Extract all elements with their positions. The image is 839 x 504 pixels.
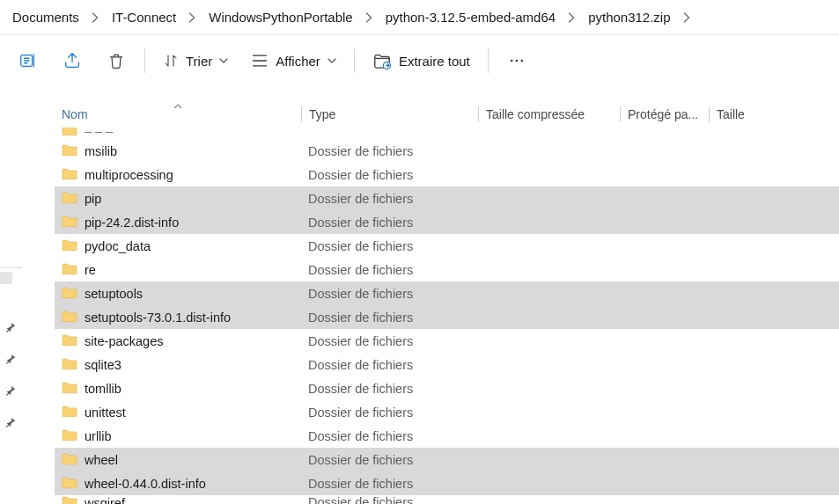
file-name: wheel [85,453,118,467]
sort-button[interactable]: Trier [154,43,237,78]
rail-separator [0,267,22,268]
folder-icon [62,238,77,254]
breadcrumb-item[interactable]: IT-Connect [103,6,185,28]
table-row[interactable]: sqlite3Dossier de fichiers [55,353,839,376]
file-name: setuptools-73.0.1.dist-info [85,310,231,325]
column-header-size[interactable]: Taille [710,101,798,128]
breadcrumb-item[interactable]: python312.zip [579,6,679,28]
file-type: Dossier de fichiers [308,263,413,277]
view-button[interactable]: Afficher [242,43,345,78]
table-row[interactable]: unittestDossier de fichiers [55,400,839,424]
table-row[interactable]: tomllibDossier de fichiers [55,376,839,400]
chevron-right-icon[interactable] [90,12,101,23]
folder-icon [62,310,77,325]
file-type: Dossier de fichiers [308,239,413,253]
rename-button[interactable] [9,43,48,78]
chevron-right-icon[interactable] [681,12,693,23]
folder-icon [62,495,77,504]
folder-icon [62,405,77,420]
breadcrumb-label: IT-Connect [112,10,176,25]
file-name: unittest [85,405,126,420]
folder-icon [62,381,77,397]
file-type: Dossier de fichiers [308,453,413,467]
table-row[interactable]: wheel-0.44.0.dist-infoDossier de fichier… [55,471,839,495]
table-row[interactable]: pipDossier de fichiers [55,186,839,210]
toolbar-separator [488,48,489,73]
quick-access-rail [0,264,22,437]
breadcrumb-label: Documents [12,10,79,25]
file-type: Dossier de fichiers [308,310,413,325]
file-name: site-packages [85,334,163,348]
table-row[interactable]: site-packagesDossier de fichiers [55,329,839,353]
file-type: Dossier de fichiers [308,287,413,301]
view-label: Afficher [276,54,320,69]
column-header-label: Protégé pa... [628,107,698,121]
folder-icon [62,143,77,159]
table-row[interactable]: urllibDossier de fichiers [55,424,839,448]
delete-button[interactable] [97,43,136,78]
column-header-compressed[interactable]: Taille compressée [479,101,620,128]
sort-asc-icon [173,98,182,112]
file-name: urllib [85,429,112,443]
file-list: Nom Type Taille compressée Protégé pa...… [55,101,839,504]
table-row[interactable]: multiprocessingDossier de fichiers [55,163,839,186]
chevron-right-icon[interactable] [187,12,198,23]
table-row[interactable]: setuptools-73.0.1.dist-infoDossier de fi… [55,305,839,329]
breadcrumb-item[interactable]: python-3.12.5-embed-amd64 [377,6,564,28]
file-type: Dossier de fichiers [308,429,413,443]
svg-point-4 [520,60,523,62]
breadcrumb-label: python312.zip [588,10,670,25]
pin-icon[interactable] [0,405,22,437]
table-row[interactable]: setuptoolsDossier de fichiers [55,281,839,305]
file-name: tomllib [85,382,121,396]
column-headers: Nom Type Taille compressée Protégé pa...… [55,101,839,128]
svg-point-3 [515,60,518,62]
folder-icon [62,428,77,444]
toolbar: Trier Afficher Extraire tout [0,35,839,86]
table-row[interactable]: reDossier de fichiers [55,258,839,281]
chevron-down-icon [328,57,336,64]
folder-icon [62,191,77,207]
chevron-down-icon [219,57,228,64]
rail-highlight [0,272,12,284]
file-name: multiprocessing [85,168,173,182]
table-row[interactable]: msilibDossier de fichiers [55,139,839,163]
file-name: setuptools [85,287,143,301]
column-header-protected[interactable]: Protégé pa... [621,101,709,128]
table-row[interactable]: pydoc_dataDossier de fichiers [55,234,839,258]
table-row[interactable]: pip-24.2.dist-infoDossier de fichiers [55,210,839,234]
breadcrumb-item[interactable]: WindowsPythonPortable [200,6,361,28]
file-name: sqlite3 [85,358,121,372]
pin-icon[interactable] [0,342,22,374]
file-name: wsgiref [85,496,125,504]
column-header-label: Taille compressée [486,107,585,121]
file-name: wheel-0.44.0.dist-info [85,477,206,491]
file-name: pip-24.2.dist-info [85,215,179,230]
extract-all-button[interactable]: Extraire tout [364,43,479,78]
share-button[interactable] [53,43,92,78]
table-row[interactable]: wheelDossier de fichiers [55,448,839,471]
pin-icon[interactable] [0,374,22,405]
file-type: Dossier de fichiers [308,168,413,182]
table-row[interactable]: wsgirefDossier de fichiers [55,495,839,504]
column-header-name[interactable]: Nom [55,101,301,128]
toolbar-separator [144,48,145,73]
folder-icon [62,128,77,139]
chevron-right-icon[interactable] [566,12,578,23]
folder-icon [62,476,77,492]
pin-icon[interactable] [0,310,22,342]
column-header-type[interactable]: Type [302,101,478,128]
column-header-label: Type [309,107,335,121]
breadcrumb: Documents IT-Connect WindowsPythonPortab… [0,0,839,35]
file-type: Dossier de fichiers [308,358,413,372]
table-row[interactable]: – – – [55,128,839,139]
folder-icon [62,452,77,468]
file-rows: – – – msilibDossier de fichiersmultiproc… [55,128,839,504]
folder-icon [62,167,77,183]
folder-icon [62,357,77,373]
more-button[interactable] [497,43,536,78]
chevron-right-icon[interactable] [364,12,375,23]
svg-point-2 [511,60,513,62]
breadcrumb-item[interactable]: Documents [4,6,88,28]
file-name: re [85,263,96,277]
